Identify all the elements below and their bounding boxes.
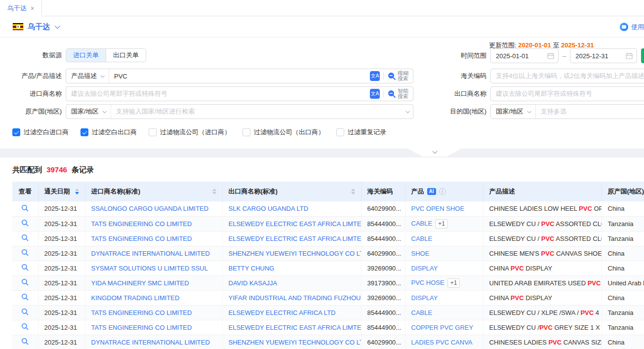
checkbox-label: 过滤重复记录 xyxy=(348,128,386,137)
exporter-link[interactable]: ELSEWEDY ELECTRIC EAST AFRICA LIMTED xyxy=(229,220,362,228)
date-cell: 2025-12-31 xyxy=(38,305,85,320)
product-tag[interactable]: DISPLAY xyxy=(411,265,438,272)
hs-code-cell: 39269090... xyxy=(361,261,405,275)
product-tag[interactable]: DISPLAY xyxy=(411,294,438,302)
importer-link[interactable]: SYSMAT SOLUTIONS U LIMITED SSUL xyxy=(91,265,208,272)
green-action-button[interactable] xyxy=(641,48,644,63)
filter-checkbox-2[interactable]: 过滤物流公司（进口商） xyxy=(149,128,231,137)
data-source-option-export[interactable]: 出口关单 xyxy=(106,49,146,62)
date-from-input[interactable]: 2025-01-01 xyxy=(490,48,559,63)
exporter-link[interactable]: ELSEWEDY ELECTRIC AFRICA LTD xyxy=(229,309,336,316)
view-cell xyxy=(12,320,38,335)
product-tag[interactable]: CABLE xyxy=(411,309,433,316)
product-type-select[interactable]: 产品描述 xyxy=(66,69,109,83)
date-to-input[interactable]: 2025-12-31 xyxy=(570,48,637,63)
table-row: 2025-12-31DYNATRACE INTERNATIONAL LIMITE… xyxy=(12,335,644,349)
view-cell xyxy=(12,290,38,305)
translate-icon[interactable]: 文A xyxy=(370,71,380,81)
exporter-link[interactable]: ELSEWEDY ELECTRIC EAST AFRICA LIMTED xyxy=(229,235,362,242)
origin-search-input[interactable]: 支持输入国家/地区进行检索 xyxy=(111,107,406,116)
country-chevron-down-icon[interactable] xyxy=(55,23,60,29)
importer-link[interactable]: DYNATRACE INTERNATIONAL LIMITED xyxy=(91,339,210,346)
product-tag[interactable]: PVC HOSE xyxy=(411,279,444,286)
importer-link[interactable]: KINGDOM TRADING LIMITED xyxy=(91,294,180,302)
importer-link[interactable]: TATS ENGINEERING CO LIMITED xyxy=(91,324,192,331)
hs-code-input[interactable]: 支持4位以上海关编码，或2位海关编码加上产品描述、企 xyxy=(490,69,644,83)
product-tag[interactable]: CABLE xyxy=(411,235,433,242)
product-cell: LADIES PVC CANVA xyxy=(405,335,483,349)
collapse-panel-handle[interactable] xyxy=(408,149,461,156)
checkbox-unchecked-icon[interactable] xyxy=(336,128,344,136)
more-products-badge[interactable]: +1 xyxy=(447,278,460,288)
description-cell: UNITED ARAB EMIRATES USED PVC ... xyxy=(483,275,602,290)
product-tag[interactable]: LADIES PVC CANVA xyxy=(411,339,473,346)
exporter-link[interactable]: YIFAR INDUSTRIAL AND TRADING FUZHOU... xyxy=(229,294,362,302)
more-products-badge[interactable]: +1 xyxy=(435,219,448,229)
destination-search-input[interactable]: 支持多选 xyxy=(536,107,644,116)
description-cell: ELSEWEDY CU / PVC ASSORTED CLO... xyxy=(483,231,602,246)
exporter-link[interactable]: BETTY CHUNG xyxy=(229,265,275,272)
view-detail-icon[interactable] xyxy=(21,293,29,301)
sort-importer[interactable] xyxy=(212,189,216,194)
product-search-input[interactable]: PVC xyxy=(109,73,370,80)
importer-link[interactable]: TATS ENGINEERING CO LIMITED xyxy=(91,235,192,242)
origin-type-select[interactable]: 国家/地区 xyxy=(66,105,111,118)
tab-uganda[interactable]: 乌干达 × xyxy=(0,0,42,16)
view-detail-icon[interactable] xyxy=(21,219,29,227)
hs-code-cell: 85444900... xyxy=(361,216,405,231)
filter-checkbox-3[interactable]: 过滤物流公司（出口商） xyxy=(242,128,324,137)
checkbox-unchecked-icon[interactable] xyxy=(242,128,250,136)
calendar-icon xyxy=(547,52,554,59)
importer-link[interactable]: SSALONGO CARGO UGANDA LIMITED xyxy=(91,205,209,212)
filter-checkbox-4[interactable]: 过滤重复记录 xyxy=(336,128,386,137)
sort-date[interactable] xyxy=(75,189,79,194)
info-icon[interactable]: i xyxy=(439,188,446,195)
product-tag[interactable]: PVC OPEN SHOE xyxy=(411,205,465,212)
exporter-link[interactable]: DAVID KASAJJA xyxy=(229,279,278,287)
view-detail-icon[interactable] xyxy=(21,308,29,315)
view-detail-icon[interactable] xyxy=(21,323,29,330)
help-icon[interactable] xyxy=(620,23,628,31)
chevron-down-icon xyxy=(405,109,409,113)
product-tag[interactable]: SHOE xyxy=(411,250,430,257)
view-detail-icon[interactable] xyxy=(21,234,29,241)
filter-checkbox-0[interactable]: 过滤空白进口商 xyxy=(12,128,69,137)
fuzzy-search-toggle[interactable]: 模糊搜索 xyxy=(387,71,409,81)
data-source-option-import[interactable]: 进口关单 xyxy=(66,49,106,62)
exporter-link[interactable]: SHENZHEN YUEWEIYI TECHNOLOGY CO LTD xyxy=(229,339,362,346)
filter-checkbox-1[interactable]: 过滤空白出口商 xyxy=(80,128,137,137)
checkbox-checked-icon[interactable] xyxy=(12,128,20,136)
importer-cell: TATS ENGINEERING CO LIMITED xyxy=(85,305,222,320)
exporter-link[interactable]: ELSEWEDY ELECTRIC EAST AFRICA LIMTED xyxy=(229,324,362,331)
importer-link[interactable]: YIDA MACHINERY SMC LIMITED xyxy=(91,279,189,287)
table-row: 2025-12-31TATS ENGINEERING CO LIMITEDELS… xyxy=(12,231,644,246)
view-detail-icon[interactable] xyxy=(21,249,29,256)
smart-search-toggle[interactable]: 智能搜索 xyxy=(387,88,409,99)
importer-link[interactable]: TATS ENGINEERING CO LIMITED xyxy=(91,220,192,228)
exporter-link[interactable]: SLK CARGO UGANDA LTD xyxy=(229,205,309,212)
chevron-down-icon xyxy=(102,109,106,113)
importer-link[interactable]: DYNATRACE INTERNATIONAL LIMITED xyxy=(91,250,210,257)
importer-link[interactable]: TATS ENGINEERING CO LIMITED xyxy=(91,309,192,316)
view-detail-icon[interactable] xyxy=(21,278,29,286)
view-detail-icon[interactable] xyxy=(21,264,29,271)
help-label[interactable]: 使用 xyxy=(631,23,644,32)
sort-exporter[interactable] xyxy=(351,189,355,194)
checkbox-unchecked-icon[interactable] xyxy=(149,128,157,136)
col-hs-code: 海关编码 xyxy=(361,182,405,201)
exporter-link[interactable]: SHENZHEN YUEWEIYI TECHNOLOGY CO LTD xyxy=(229,250,362,257)
exporter-input[interactable]: 建议去除公司尾部字符或特殊符号 xyxy=(490,86,644,101)
checkbox-checked-icon[interactable] xyxy=(80,128,88,136)
origin-cell: Tanzania xyxy=(602,320,644,335)
exporter-cell: ELSEWEDY ELECTRIC EAST AFRICA LIMTED xyxy=(222,320,361,335)
view-detail-icon[interactable] xyxy=(21,204,29,212)
tab-close-icon[interactable]: × xyxy=(30,4,34,12)
origin-cell: China xyxy=(602,246,644,261)
product-tag[interactable]: COPPER PVC GREY xyxy=(411,324,474,331)
importer-input[interactable]: 建议去除公司尾部字符或特殊符号 xyxy=(66,89,370,98)
destination-type-select[interactable]: 国家/地区 xyxy=(491,105,536,118)
divider xyxy=(383,90,384,98)
translate-icon[interactable]: 文A xyxy=(370,89,380,99)
view-detail-icon[interactable] xyxy=(21,338,29,345)
product-tag[interactable]: CABLE xyxy=(411,220,433,227)
